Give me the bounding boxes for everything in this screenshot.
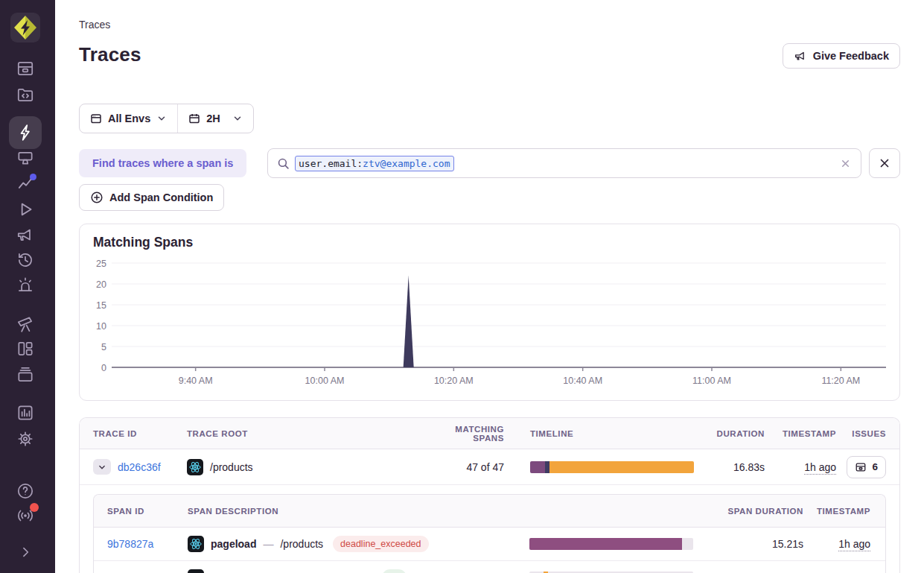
span-duration: 15.21s: [693, 538, 803, 550]
col-span-timestamp: TIMESTAMP: [803, 507, 870, 516]
sidebar-expand-chevron-icon[interactable]: [18, 545, 33, 560]
svg-text:11:20 AM: 11:20 AM: [821, 376, 860, 386]
environment-selector[interactable]: All Envs: [80, 104, 177, 133]
svg-text:10:20 AM: 10:20 AM: [434, 376, 474, 386]
trace-timestamp[interactable]: 1h ago: [804, 461, 836, 475]
trace-duration: 16.83s: [709, 461, 765, 473]
clear-search-icon[interactable]: [839, 157, 852, 170]
matching-spans-chart: 05101520259:40 AM10:00 AM10:20 AM10:40 A…: [93, 257, 886, 388]
insights-notification-dot: [30, 174, 36, 180]
svg-text:10:40 AM: 10:40 AM: [563, 376, 602, 386]
archive-icon[interactable]: [16, 365, 35, 384]
col-span-duration: SPAN DURATION: [693, 507, 803, 516]
search-filter-token[interactable]: user.email:ztv@example.com: [295, 156, 454, 171]
page-filter-bar: All Envs 2H: [79, 104, 254, 133]
svg-text:20: 20: [96, 279, 106, 290]
sentry-logo-icon: [12, 14, 39, 41]
span-row: 9b78827a pageload — /products deadline_e…: [94, 528, 885, 561]
span-status-badge: ok: [382, 569, 407, 573]
col-trace-id: TRACE ID: [93, 429, 187, 438]
svg-text:25: 25: [96, 259, 106, 269]
calendar-icon: [188, 113, 200, 124]
trace-timeline-bar: [530, 461, 694, 473]
megaphone-icon: [794, 49, 807, 63]
span-timestamp[interactable]: 1h ago: [838, 538, 870, 551]
add-span-condition-button[interactable]: Add Span Condition: [79, 184, 224, 211]
give-feedback-label: Give Feedback: [813, 50, 889, 62]
traces-table-header: TRACE ID TRACE ROOT MATCHING SPANS TIMEL…: [80, 418, 899, 449]
trace-root-name: /products: [210, 461, 253, 473]
token-value: ztv@example.com: [363, 158, 450, 169]
code-folder-icon[interactable]: [16, 85, 35, 104]
sidebar: [0, 0, 55, 573]
environment-value: All Envs: [108, 113, 150, 124]
col-trace-root: TRACE ROOT: [187, 429, 422, 438]
issues-inbox-icon: [855, 461, 867, 473]
separator-dash: —: [263, 538, 273, 550]
span-id-link[interactable]: 9b78827a: [107, 538, 153, 550]
close-icon: [878, 156, 891, 170]
span-description: /products: [280, 538, 323, 550]
collapse-trace-chevron[interactable]: [93, 459, 111, 475]
react-project-icon: [188, 536, 204, 552]
plus-circle-icon: [90, 191, 103, 204]
layout-grid-icon[interactable]: [16, 339, 35, 358]
siren-icon[interactable]: [16, 276, 35, 295]
col-duration: DURATION: [709, 429, 765, 438]
svg-text:10:00 AM: 10:00 AM: [305, 376, 345, 386]
trace-issues-count: 6: [872, 461, 878, 472]
add-span-condition-label: Add Span Condition: [109, 191, 213, 203]
svg-text:10: 10: [96, 321, 106, 332]
broadcast-notification-dot: [30, 503, 39, 512]
date-range-selector[interactable]: 2H: [178, 104, 253, 133]
clock-rewind-icon[interactable]: [16, 250, 35, 270]
trace-id-link[interactable]: db26c36f: [118, 461, 161, 473]
window-icon: [90, 113, 102, 124]
sentry-logo[interactable]: [10, 13, 40, 42]
traces-table: TRACE ID TRACE ROOT MATCHING SPANS TIMEL…: [79, 417, 900, 573]
svg-text:5: 5: [101, 342, 106, 352]
lightning-icon[interactable]: [16, 123, 35, 142]
stats-bars-icon[interactable]: [16, 403, 35, 422]
span-condition-label: Find traces where a span is: [79, 149, 246, 177]
chevron-down-icon: [156, 113, 167, 124]
col-timeline: TIMELINE: [504, 429, 709, 438]
chevron-down-icon: [97, 462, 107, 472]
give-feedback-button[interactable]: Give Feedback: [783, 43, 900, 69]
col-timestamp: TIMESTAMP: [765, 429, 836, 438]
express-project-icon: ex: [188, 569, 204, 573]
col-issues: ISSUES: [836, 429, 886, 438]
svg-text:15: 15: [96, 300, 106, 311]
breadcrumb[interactable]: Traces: [79, 19, 110, 31]
gear-icon[interactable]: [16, 429, 35, 449]
issues-inbox-icon[interactable]: [16, 59, 35, 78]
date-range-value: 2H: [206, 113, 220, 124]
svg-text:11:00 AM: 11:00 AM: [692, 376, 731, 386]
remove-condition-button[interactable]: [869, 148, 900, 178]
page-title: Traces: [79, 43, 141, 66]
search-icon: [277, 157, 290, 170]
main-content: Traces Traces Give Feedback All Envs 2H …: [55, 0, 924, 573]
megaphone-icon[interactable]: [16, 225, 35, 244]
token-key: user.email:: [299, 158, 363, 169]
trace-issues-button[interactable]: 6: [847, 456, 886, 478]
span-row: b7a7e441 ex http.server — GET /organizat…: [94, 561, 885, 573]
trace-row: db26c36f /products 47 of 47 16.83s 1h ag…: [80, 449, 899, 485]
projector-icon[interactable]: [16, 148, 35, 168]
span-timeline-bar: [529, 538, 693, 550]
chevron-down-icon: [232, 113, 243, 124]
play-icon[interactable]: [16, 200, 35, 219]
svg-text:0: 0: [101, 363, 106, 373]
span-table-header: SPAN ID SPAN DESCRIPTION SPAN DURATION T…: [94, 495, 885, 528]
span-status-badge: deadline_exceeded: [333, 536, 428, 552]
col-span-description: SPAN DESCRIPTION: [188, 507, 529, 516]
col-span-id: SPAN ID: [107, 507, 188, 516]
span-operation: pageload: [211, 538, 256, 550]
span-table: SPAN ID SPAN DESCRIPTION SPAN DURATION T…: [93, 494, 886, 573]
matching-spans-count: 47 of 47: [422, 461, 504, 473]
svg-text:9:40 AM: 9:40 AM: [179, 376, 213, 386]
help-icon[interactable]: [16, 481, 35, 501]
telescope-icon[interactable]: [16, 314, 35, 334]
span-search-input[interactable]: user.email:ztv@example.com: [267, 148, 861, 178]
react-project-icon: [187, 459, 203, 475]
